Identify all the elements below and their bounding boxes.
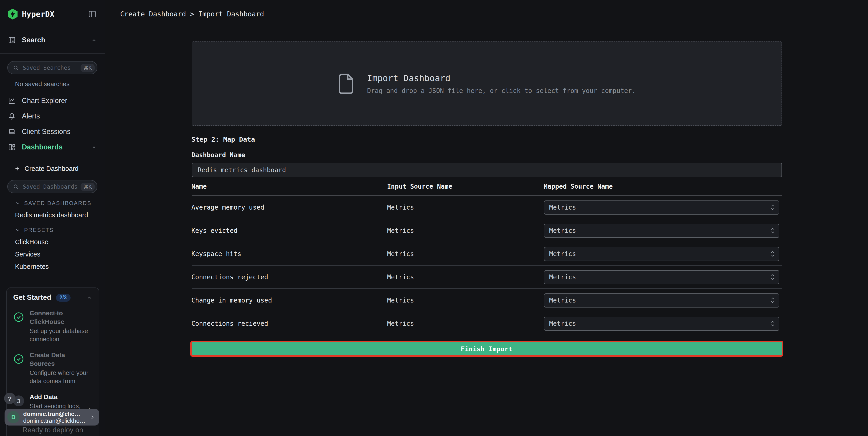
saved-dashboards-input[interactable]: Saved Dashboards ⌘K (7, 180, 97, 193)
table-row: Connections recieved Metrics Metrics (191, 312, 782, 335)
row-name: Keyspace hits (191, 250, 387, 257)
sidebar-item-label: Alerts (22, 112, 40, 120)
table-row: Change in memory used Metrics Metrics (191, 289, 782, 312)
sidebar-item-chart-explorer[interactable]: Chart Explorer (0, 93, 105, 109)
table-row: Keys evicted Metrics Metrics (191, 219, 782, 242)
search-section-icon (8, 36, 16, 44)
chevron-up-icon (91, 37, 97, 43)
chart-explorer-icon (8, 96, 16, 105)
step-subtitle: Set up your database connection (30, 327, 91, 344)
row-input-source: Metrics (387, 297, 544, 304)
select-value: Metrics (549, 204, 576, 211)
row-name: Average memory used (191, 204, 387, 211)
row-name: Change in memory used (191, 297, 387, 304)
saved-searches-input[interactable]: Saved Searches ⌘K (7, 61, 97, 74)
select-value: Metrics (549, 250, 576, 257)
select-chevrons-icon (770, 320, 775, 327)
chevron-up-icon (87, 294, 92, 300)
preset-item-services[interactable]: Services (15, 251, 105, 258)
presets-header-label: PRESETS (24, 227, 54, 233)
sidebar-item-client-sessions[interactable]: Client Sessions (0, 124, 105, 139)
help-button[interactable]: ? (4, 393, 16, 404)
cloud-promo-text: Ready to deploy on ClickHouse Cloud? (13, 425, 92, 436)
promo-line1: Ready to deploy on (13, 425, 92, 436)
sidebar-item-label: Client Sessions (22, 127, 70, 136)
sidebar-item-alerts[interactable]: Alerts (0, 109, 105, 124)
sidebar-divider (0, 157, 105, 158)
saved-dashboards-placeholder: Saved Dashboards (23, 183, 78, 190)
row-name: Connections recieved (191, 320, 387, 327)
preset-item-kubernetes[interactable]: Kubernetes (15, 263, 105, 270)
search-icon (13, 183, 19, 190)
dropzone-title: Import Dashboard (367, 73, 636, 83)
check-circle-icon (13, 353, 24, 365)
user-email: dominic.tran@clickho… (23, 417, 86, 424)
saved-searches-placeholder: Saved Searches (23, 64, 71, 71)
select-chevrons-icon (770, 296, 775, 304)
select-chevrons-icon (770, 203, 775, 211)
sidebar: HyperDX Search Saved Searches ⌘K No save… (0, 0, 105, 436)
chevron-up-icon (91, 144, 97, 150)
dashboard-name-input[interactable]: Redis metrics dashboard (191, 163, 782, 177)
dashboard-name-label: Dashboard Name (191, 151, 782, 158)
chevron-down-icon (15, 227, 21, 233)
table-row: Connections rejected Metrics Metrics (191, 266, 782, 289)
mapped-source-select[interactable]: Metrics (544, 224, 779, 238)
no-saved-searches-text: No saved searches (15, 80, 105, 87)
step-label: Step 2: Map Data (191, 136, 782, 143)
sidebar-divider (0, 53, 105, 54)
breadcrumb[interactable]: Create Dashboard > Import Dashboard (120, 10, 264, 18)
select-chevrons-icon (770, 250, 775, 258)
mapped-source-select[interactable]: Metrics (544, 293, 779, 307)
step-title: Connect to ClickHouse (30, 309, 91, 326)
hyperdx-logo-icon (8, 9, 18, 20)
sidebar-item-label: Chart Explorer (22, 96, 67, 105)
step-title: Create Data Sources (30, 351, 91, 368)
row-name: Keys evicted (191, 227, 387, 234)
import-dropzone[interactable]: Import Dashboard Drag and drop a JSON fi… (191, 41, 782, 126)
user-account-chip[interactable]: D dominic.tran@clic… dominic.tran@clickh… (5, 409, 99, 426)
finish-import-button[interactable]: Finish Import (191, 342, 782, 355)
create-dashboard-button[interactable]: Create Dashboard (0, 162, 105, 175)
mapping-table: Name Input Source Name Mapped Source Nam… (191, 183, 782, 335)
sidebar-collapse-icon[interactable] (88, 9, 97, 19)
get-started-step-connect[interactable]: Connect to ClickHouse Set up your databa… (13, 309, 92, 344)
app-title: HyperDX (22, 9, 54, 19)
mapped-source-select[interactable]: Metrics (544, 270, 779, 284)
search-icon (13, 64, 19, 71)
mapped-source-select[interactable]: Metrics (544, 316, 779, 330)
mapped-source-select[interactable]: Metrics (544, 200, 779, 214)
check-circle-icon (13, 312, 24, 323)
logo-row: HyperDX (0, 0, 105, 28)
get-started-header[interactable]: Get Started 2/3 (13, 293, 92, 301)
select-value: Metrics (549, 297, 576, 304)
mapped-source-select[interactable]: Metrics (544, 247, 779, 261)
row-input-source: Metrics (387, 204, 544, 211)
create-dashboard-label: Create Dashboard (25, 165, 79, 172)
presets-section-header[interactable]: PRESETS (15, 227, 105, 233)
get-started-step-sources[interactable]: Create Data Sources Configure where your… (13, 351, 92, 385)
select-value: Metrics (549, 273, 576, 281)
saved-dashboards-section-header[interactable]: SAVED DASHBOARDS (15, 200, 105, 206)
saved-dashboard-item[interactable]: Redis metrics dashboard (15, 211, 105, 219)
row-name: Connections rejected (191, 273, 387, 281)
search-section-label: Search (22, 36, 45, 44)
avatar: D (7, 411, 20, 423)
main-area: Import Dashboard Drag and drop a JSON fi… (105, 28, 868, 436)
dashboards-icon (8, 143, 16, 151)
preset-item-clickhouse[interactable]: ClickHouse (15, 238, 105, 245)
dropzone-subtitle: Drag and drop a JSON file here, or click… (367, 87, 636, 94)
chevron-down-icon (15, 200, 21, 206)
row-input-source: Metrics (387, 250, 544, 257)
column-header-mapped-source: Mapped Source Name (544, 183, 782, 190)
step-subtitle: Configure where your data comes from (30, 369, 91, 386)
shortcut-badge: ⌘K (81, 182, 95, 191)
column-header-input-source: Input Source Name (387, 183, 544, 190)
table-row: Average memory used Metrics Metrics (191, 196, 782, 219)
sidebar-item-dashboards[interactable]: Dashboards (0, 139, 105, 155)
row-input-source: Metrics (387, 273, 544, 281)
laptop-icon (8, 127, 16, 136)
plus-icon (14, 165, 21, 172)
sidebar-section-search[interactable]: Search (0, 32, 105, 48)
step-title: Add Data (30, 393, 91, 402)
